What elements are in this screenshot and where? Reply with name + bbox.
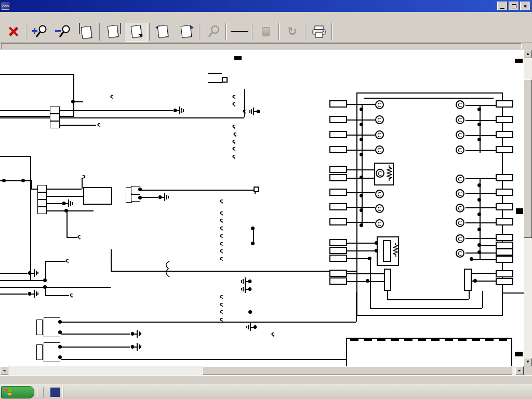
junction-dot <box>477 250 481 254</box>
indicator-lamp-icon <box>456 189 464 198</box>
close-figure-icon: ✕ <box>7 23 19 40</box>
wire-line <box>0 280 45 281</box>
junction-dot <box>473 279 477 283</box>
wire-line <box>66 210 68 237</box>
markup-button[interactable] <box>254 22 277 42</box>
maximize-button[interactable] <box>509 2 519 10</box>
dic-title <box>357 324 513 329</box>
fuel-gauge-element <box>464 269 472 291</box>
dic-box <box>346 338 512 366</box>
cluster-pin <box>329 146 347 153</box>
callout-squiggle <box>82 174 86 179</box>
minimize-button[interactable] <box>497 2 508 10</box>
taskbar-separator <box>37 387 38 397</box>
figure-page-icon <box>81 25 92 38</box>
wire-line <box>466 193 496 194</box>
vertical-scrollbar-thumb[interactable] <box>524 79 532 238</box>
scroll-down-button[interactable]: ▼ <box>524 358 532 366</box>
wire-line <box>466 222 496 223</box>
horizontal-scrollbar-thumb[interactable] <box>203 366 512 375</box>
hide-show-button[interactable] <box>228 22 251 42</box>
callout-squiggle <box>220 210 223 216</box>
zoom-in-button[interactable] <box>28 22 51 42</box>
cluster-pin <box>329 174 347 181</box>
system-tray <box>63 386 72 398</box>
title-bar: ODS ✕ <box>0 0 532 12</box>
wire-line <box>82 178 83 189</box>
splice-box <box>222 77 228 83</box>
junction-dot <box>2 179 6 182</box>
indicator-lamp-icon <box>375 190 384 198</box>
junction-dot <box>21 179 25 182</box>
next-figure-button[interactable] <box>175 22 198 42</box>
ground-icon <box>249 108 260 115</box>
resistor-icon <box>387 165 392 183</box>
cluster-pin <box>496 174 513 181</box>
scroll-right-button[interactable]: ► <box>515 366 524 375</box>
cluster-pin <box>329 131 347 138</box>
figure-window-button[interactable] <box>75 22 98 42</box>
ground-icon <box>130 343 141 351</box>
language-indicator[interactable] <box>50 388 60 397</box>
close-button[interactable]: ✕ <box>520 2 530 10</box>
callout-squiggle <box>232 101 236 107</box>
ground-icon <box>173 107 184 114</box>
callout-squiggle <box>232 94 236 99</box>
print-button[interactable] <box>307 22 330 42</box>
figure-pan-button[interactable]: ☚ <box>125 22 148 42</box>
toolbar-separator <box>26 23 27 41</box>
ground-icon <box>241 277 252 285</box>
wire-line <box>347 169 375 170</box>
junction-dot <box>251 242 255 245</box>
ground-icon <box>62 200 73 207</box>
indicator-lamp-icon <box>375 145 384 154</box>
callout-squiggle <box>220 294 223 299</box>
maximize-icon <box>512 4 516 8</box>
wire-line <box>466 105 496 106</box>
component-box <box>0 156 31 281</box>
wire-line <box>61 347 130 348</box>
refresh-button[interactable]: ↻ <box>281 22 304 42</box>
cluster-pin <box>329 203 347 210</box>
wire-line <box>370 258 371 308</box>
connector-pin <box>50 107 60 114</box>
wire-line <box>111 249 112 271</box>
ground-icon <box>241 285 252 293</box>
coolant-gauge-element <box>384 269 391 291</box>
cluster-pin <box>496 203 513 210</box>
find-button[interactable] <box>201 22 224 42</box>
indicator-lamp-icon <box>456 234 464 243</box>
connector-body <box>44 317 60 337</box>
connector-pin <box>37 185 47 192</box>
wire-line <box>60 117 244 118</box>
cluster-pin <box>329 100 347 108</box>
callout-squiggle <box>110 94 114 99</box>
figure-list-button[interactable] <box>101 22 125 42</box>
previous-figure-button[interactable] <box>151 22 175 42</box>
junction-dot <box>477 183 481 187</box>
start-button[interactable] <box>1 386 34 398</box>
callout-squiggle <box>65 258 69 263</box>
junction-dot <box>360 138 363 141</box>
wire-line <box>387 299 469 300</box>
wire-line <box>480 178 481 259</box>
scroll-left-button[interactable]: ◄ <box>0 366 8 375</box>
wire-line <box>472 259 496 260</box>
wire-line <box>0 110 50 111</box>
zoom-out-button[interactable] <box>51 22 75 42</box>
callout-squiggle <box>220 248 223 254</box>
wire-line <box>0 273 28 274</box>
scroll-up-button[interactable]: ▲ <box>524 50 532 58</box>
callout-squiggle <box>220 217 223 223</box>
taskbar-separator <box>43 387 44 397</box>
callout-squiggle <box>271 331 275 337</box>
cluster-pin <box>496 256 513 263</box>
cluster-pin <box>496 131 513 138</box>
wire-line <box>347 119 375 121</box>
close-figure-button[interactable]: ✕ <box>2 22 25 42</box>
menu-bar <box>0 12 532 21</box>
junction-dot <box>248 310 252 314</box>
wire-line <box>347 250 377 251</box>
toolbar: ✕ ☚ ↻ <box>0 21 532 43</box>
caption-bar <box>0 43 532 50</box>
